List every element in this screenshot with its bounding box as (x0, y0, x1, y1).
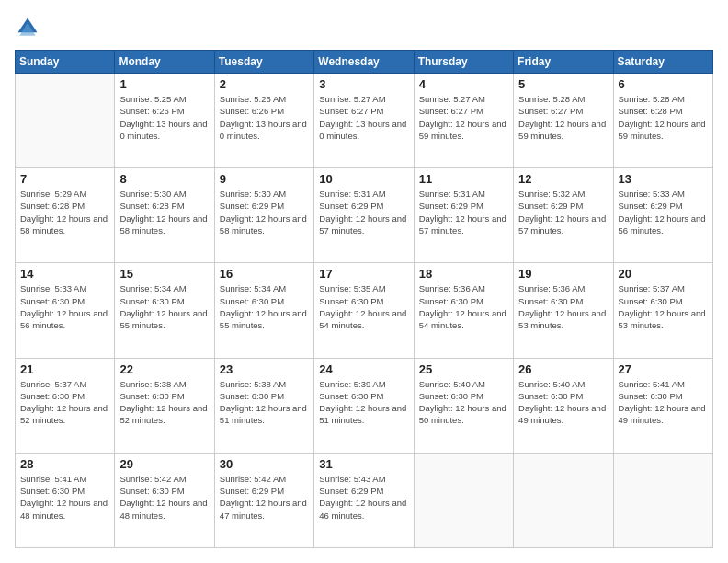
calendar-cell: 18Sunrise: 5:36 AM Sunset: 6:30 PM Dayli… (414, 263, 513, 358)
calendar-cell: 5Sunrise: 5:28 AM Sunset: 6:27 PM Daylig… (514, 74, 613, 168)
weekday-header: Friday (514, 51, 613, 74)
calendar-cell: 14Sunrise: 5:33 AM Sunset: 6:30 PM Dayli… (16, 263, 115, 358)
calendar-cell: 10Sunrise: 5:31 AM Sunset: 6:29 PM Dayli… (314, 168, 414, 263)
weekday-header: Saturday (613, 51, 712, 74)
day-info: Sunrise: 5:38 AM Sunset: 6:30 PM Dayligh… (119, 378, 209, 427)
page: SundayMondayTuesdayWednesdayThursdayFrid… (0, 0, 728, 563)
calendar-cell: 17Sunrise: 5:35 AM Sunset: 6:30 PM Dayli… (314, 263, 414, 358)
calendar-cell: 13Sunrise: 5:33 AM Sunset: 6:29 PM Dayli… (613, 168, 712, 263)
day-number: 22 (119, 362, 209, 376)
day-number: 16 (220, 267, 309, 281)
calendar-cell: 22Sunrise: 5:38 AM Sunset: 6:30 PM Dayli… (115, 358, 214, 453)
day-info: Sunrise: 5:37 AM Sunset: 6:30 PM Dayligh… (619, 282, 708, 331)
header (15, 15, 713, 40)
day-number: 4 (419, 77, 508, 91)
day-info: Sunrise: 5:33 AM Sunset: 6:29 PM Dayligh… (619, 188, 708, 236)
calendar-cell: 24Sunrise: 5:39 AM Sunset: 6:30 PM Dayli… (314, 358, 414, 453)
calendar-cell (414, 453, 513, 547)
calendar-cell (16, 74, 115, 168)
day-number: 10 (319, 172, 408, 186)
day-number: 30 (220, 457, 309, 471)
day-info: Sunrise: 5:42 AM Sunset: 6:29 PM Dayligh… (220, 473, 309, 522)
day-number: 11 (419, 172, 508, 186)
day-info: Sunrise: 5:35 AM Sunset: 6:30 PM Dayligh… (319, 282, 408, 331)
weekday-header: Tuesday (214, 51, 313, 74)
day-number: 25 (419, 362, 508, 376)
day-info: Sunrise: 5:40 AM Sunset: 6:30 PM Dayligh… (518, 378, 608, 427)
day-number: 5 (518, 77, 608, 91)
day-info: Sunrise: 5:25 AM Sunset: 6:26 PM Dayligh… (119, 93, 209, 142)
calendar-cell: 8Sunrise: 5:30 AM Sunset: 6:28 PM Daylig… (115, 168, 214, 263)
day-info: Sunrise: 5:34 AM Sunset: 6:30 PM Dayligh… (119, 282, 209, 331)
day-number: 26 (518, 362, 608, 376)
day-number: 1 (119, 77, 209, 91)
calendar-cell: 19Sunrise: 5:36 AM Sunset: 6:30 PM Dayli… (514, 263, 613, 358)
day-info: Sunrise: 5:27 AM Sunset: 6:27 PM Dayligh… (419, 93, 508, 142)
day-info: Sunrise: 5:28 AM Sunset: 6:28 PM Dayligh… (619, 93, 708, 142)
day-number: 29 (119, 457, 209, 471)
day-info: Sunrise: 5:37 AM Sunset: 6:30 PM Dayligh… (20, 378, 109, 427)
day-number: 3 (319, 77, 408, 91)
day-number: 17 (319, 267, 408, 281)
weekday-header: Monday (115, 51, 214, 74)
day-info: Sunrise: 5:29 AM Sunset: 6:28 PM Dayligh… (20, 188, 109, 236)
day-number: 7 (20, 172, 109, 186)
day-number: 13 (619, 172, 708, 186)
calendar-cell: 30Sunrise: 5:42 AM Sunset: 6:29 PM Dayli… (214, 453, 313, 547)
logo (15, 15, 44, 40)
day-info: Sunrise: 5:43 AM Sunset: 6:29 PM Dayligh… (319, 473, 408, 522)
calendar-cell: 6Sunrise: 5:28 AM Sunset: 6:28 PM Daylig… (613, 74, 712, 168)
calendar-cell: 25Sunrise: 5:40 AM Sunset: 6:30 PM Dayli… (414, 358, 513, 453)
day-info: Sunrise: 5:28 AM Sunset: 6:27 PM Dayligh… (518, 93, 608, 142)
calendar-cell: 7Sunrise: 5:29 AM Sunset: 6:28 PM Daylig… (16, 168, 115, 263)
calendar-cell: 3Sunrise: 5:27 AM Sunset: 6:27 PM Daylig… (314, 74, 414, 168)
calendar-cell: 11Sunrise: 5:31 AM Sunset: 6:29 PM Dayli… (414, 168, 513, 263)
day-number: 12 (518, 172, 608, 186)
day-number: 2 (220, 77, 309, 91)
calendar-cell: 2Sunrise: 5:26 AM Sunset: 6:26 PM Daylig… (214, 74, 313, 168)
weekday-header: Wednesday (314, 51, 414, 74)
calendar-cell: 9Sunrise: 5:30 AM Sunset: 6:29 PM Daylig… (214, 168, 313, 263)
day-info: Sunrise: 5:30 AM Sunset: 6:29 PM Dayligh… (220, 188, 309, 236)
calendar-cell: 15Sunrise: 5:34 AM Sunset: 6:30 PM Dayli… (115, 263, 214, 358)
day-number: 9 (220, 172, 309, 186)
day-number: 21 (20, 362, 109, 376)
calendar-cell (613, 453, 712, 547)
calendar-cell: 16Sunrise: 5:34 AM Sunset: 6:30 PM Dayli… (214, 263, 313, 358)
calendar-cell: 27Sunrise: 5:41 AM Sunset: 6:30 PM Dayli… (613, 358, 712, 453)
calendar-cell: 26Sunrise: 5:40 AM Sunset: 6:30 PM Dayli… (514, 358, 613, 453)
day-number: 23 (220, 362, 309, 376)
logo-icon (15, 15, 40, 40)
day-info: Sunrise: 5:36 AM Sunset: 6:30 PM Dayligh… (419, 282, 508, 331)
day-info: Sunrise: 5:41 AM Sunset: 6:30 PM Dayligh… (619, 378, 708, 427)
day-info: Sunrise: 5:31 AM Sunset: 6:29 PM Dayligh… (419, 188, 508, 236)
calendar-cell: 12Sunrise: 5:32 AM Sunset: 6:29 PM Dayli… (514, 168, 613, 263)
calendar-cell: 1Sunrise: 5:25 AM Sunset: 6:26 PM Daylig… (115, 74, 214, 168)
day-info: Sunrise: 5:40 AM Sunset: 6:30 PM Dayligh… (419, 378, 508, 427)
day-info: Sunrise: 5:32 AM Sunset: 6:29 PM Dayligh… (518, 188, 608, 236)
day-number: 14 (20, 267, 109, 281)
day-number: 18 (419, 267, 508, 281)
weekday-header: Sunday (16, 51, 115, 74)
day-info: Sunrise: 5:41 AM Sunset: 6:30 PM Dayligh… (20, 473, 109, 522)
day-number: 28 (20, 457, 109, 471)
calendar-cell: 28Sunrise: 5:41 AM Sunset: 6:30 PM Dayli… (16, 453, 115, 547)
day-number: 6 (619, 77, 708, 91)
calendar-cell: 4Sunrise: 5:27 AM Sunset: 6:27 PM Daylig… (414, 74, 513, 168)
day-number: 27 (619, 362, 708, 376)
calendar-cell: 23Sunrise: 5:38 AM Sunset: 6:30 PM Dayli… (214, 358, 313, 453)
day-info: Sunrise: 5:38 AM Sunset: 6:30 PM Dayligh… (220, 378, 309, 427)
day-info: Sunrise: 5:26 AM Sunset: 6:26 PM Dayligh… (220, 93, 309, 142)
day-info: Sunrise: 5:33 AM Sunset: 6:30 PM Dayligh… (20, 282, 109, 331)
calendar-cell: 31Sunrise: 5:43 AM Sunset: 6:29 PM Dayli… (314, 453, 414, 547)
day-number: 31 (319, 457, 408, 471)
day-number: 15 (119, 267, 209, 281)
day-number: 8 (119, 172, 209, 186)
calendar-cell (514, 453, 613, 547)
day-info: Sunrise: 5:31 AM Sunset: 6:29 PM Dayligh… (319, 188, 408, 236)
day-info: Sunrise: 5:36 AM Sunset: 6:30 PM Dayligh… (518, 282, 608, 331)
day-info: Sunrise: 5:42 AM Sunset: 6:30 PM Dayligh… (119, 473, 209, 522)
day-number: 20 (619, 267, 708, 281)
day-number: 24 (319, 362, 408, 376)
day-info: Sunrise: 5:34 AM Sunset: 6:30 PM Dayligh… (220, 282, 309, 331)
